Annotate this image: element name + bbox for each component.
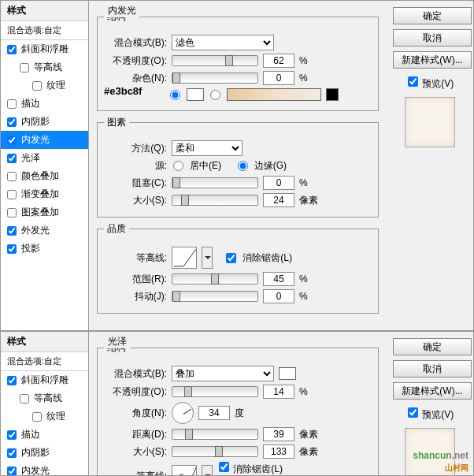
style-checkbox[interactable] bbox=[20, 63, 29, 73]
sidebar-item-label: 描边 bbox=[21, 428, 40, 441]
color-radio[interactable] bbox=[170, 90, 180, 100]
ok-button[interactable]: 确定 bbox=[393, 338, 472, 355]
sidebar-item[interactable]: 纹理 bbox=[1, 407, 88, 426]
jitter-slider[interactable] bbox=[172, 291, 258, 302]
sidebar-item[interactable]: 投影 bbox=[1, 240, 88, 258]
source-edge-radio[interactable] bbox=[238, 161, 248, 171]
choke-slider[interactable] bbox=[172, 177, 258, 188]
range-slider[interactable] bbox=[172, 273, 258, 284]
antialias-checkbox[interactable] bbox=[219, 462, 229, 472]
noise-slider[interactable] bbox=[172, 73, 258, 84]
style-checkbox[interactable] bbox=[20, 394, 29, 403]
style-checkbox[interactable] bbox=[7, 430, 17, 440]
size-slider[interactable] bbox=[172, 446, 258, 457]
style-checkbox[interactable] bbox=[7, 208, 17, 218]
blending-options[interactable]: 混合选项:自定 bbox=[1, 352, 88, 371]
style-checkbox[interactable] bbox=[7, 99, 17, 109]
noise-input[interactable] bbox=[263, 71, 294, 85]
distance-slider[interactable] bbox=[172, 429, 258, 440]
sidebar-item[interactable]: 斜面和浮雕 bbox=[1, 40, 88, 58]
ok-button[interactable]: 确定 bbox=[393, 7, 472, 24]
sidebar-item[interactable]: 内发光 bbox=[1, 462, 88, 476]
sidebar-item[interactable]: 斜面和浮雕 bbox=[1, 371, 88, 389]
sidebar-item[interactable]: 光泽 bbox=[1, 149, 88, 167]
source-edge-label: 边缘(G) bbox=[254, 159, 287, 173]
sidebar-item[interactable]: 描边 bbox=[1, 95, 88, 113]
source-center-radio[interactable] bbox=[173, 161, 183, 171]
opacity-input[interactable] bbox=[263, 385, 294, 399]
opacity-unit: % bbox=[299, 55, 323, 66]
opacity-input[interactable] bbox=[263, 54, 294, 68]
style-checkbox[interactable] bbox=[7, 190, 17, 199]
distance-input[interactable] bbox=[263, 427, 294, 441]
elements-group: 图素 方法(Q): 柔和 源: 居中(E) 边缘(G) 阻塞(C): % 大小(… bbox=[97, 116, 379, 218]
style-checkbox[interactable] bbox=[7, 117, 17, 127]
sidebar-item-label: 斜面和浮雕 bbox=[21, 43, 69, 56]
new-style-button[interactable]: 新建样式(W)... bbox=[393, 382, 472, 400]
style-checkbox[interactable] bbox=[32, 412, 42, 422]
size-slider[interactable] bbox=[172, 195, 258, 206]
blend-mode-select[interactable]: 滤色 bbox=[172, 35, 274, 50]
sidebar-item[interactable]: 内阴影 bbox=[1, 444, 88, 462]
size-input[interactable] bbox=[263, 193, 294, 207]
styles-sidebar: 样式 混合选项:自定 斜面和浮雕等高线纹理描边内阴影内发光光泽 bbox=[1, 332, 89, 475]
cancel-button[interactable]: 取消 bbox=[393, 360, 472, 377]
sidebar-item[interactable]: 颜色叠加 bbox=[1, 167, 88, 185]
gradient-dropdown-icon[interactable] bbox=[326, 88, 339, 101]
sidebar-item[interactable]: 等高线 bbox=[1, 58, 88, 76]
styles-header: 样式 bbox=[1, 1, 88, 21]
size-unit: 像素 bbox=[299, 445, 323, 459]
preview-checkbox[interactable] bbox=[408, 76, 418, 87]
sidebar-item[interactable]: 描边 bbox=[1, 426, 88, 444]
style-checkbox[interactable] bbox=[7, 448, 17, 458]
sidebar-item[interactable]: 外发光 bbox=[1, 221, 88, 240]
sidebar-item[interactable]: 等高线 bbox=[1, 389, 88, 407]
technique-select[interactable]: 柔和 bbox=[172, 140, 243, 156]
gradient-swatch[interactable] bbox=[227, 88, 321, 101]
angle-input[interactable] bbox=[198, 406, 230, 420]
style-checkbox[interactable] bbox=[7, 136, 17, 145]
distance-unit: 像素 bbox=[299, 428, 323, 441]
opacity-slider[interactable] bbox=[172, 386, 258, 397]
sidebar-item[interactable]: 纹理 bbox=[1, 76, 88, 95]
contour-label: 等高线: bbox=[104, 470, 167, 477]
opacity-label: 不透明度(O): bbox=[104, 385, 167, 399]
sidebar-item-label: 内发光 bbox=[21, 133, 50, 147]
style-checkbox[interactable] bbox=[7, 376, 17, 385]
style-checkbox[interactable] bbox=[7, 45, 17, 54]
choke-input[interactable] bbox=[263, 176, 294, 190]
sidebar-item[interactable]: 内阴影 bbox=[1, 113, 88, 131]
contour-picker[interactable] bbox=[172, 247, 197, 269]
contour-picker[interactable] bbox=[172, 465, 197, 476]
new-style-button[interactable]: 新建样式(W)... bbox=[393, 51, 472, 69]
gradient-radio[interactable] bbox=[210, 90, 220, 100]
style-checkbox[interactable] bbox=[32, 81, 42, 91]
quality-legend: 品质 bbox=[104, 222, 129, 236]
opacity-slider[interactable] bbox=[172, 55, 258, 66]
color-swatch[interactable] bbox=[187, 88, 204, 101]
style-checkbox[interactable] bbox=[7, 226, 17, 236]
style-checkbox[interactable] bbox=[7, 244, 17, 254]
antialias-checkbox[interactable] bbox=[226, 253, 236, 263]
sidebar-item-label: 投影 bbox=[21, 242, 40, 255]
sidebar-item[interactable]: 图案叠加 bbox=[1, 203, 88, 221]
color-swatch[interactable] bbox=[279, 367, 296, 380]
style-checkbox[interactable] bbox=[7, 467, 17, 476]
range-input[interactable] bbox=[263, 272, 294, 286]
sidebar-item[interactable]: 内发光 bbox=[1, 131, 88, 149]
contour-dropdown-icon[interactable] bbox=[202, 465, 213, 476]
sidebar-item[interactable]: 渐变叠加 bbox=[1, 185, 88, 203]
preview-checkbox[interactable] bbox=[408, 407, 418, 418]
contour-dropdown-icon[interactable] bbox=[202, 247, 213, 269]
angle-dial[interactable] bbox=[172, 402, 194, 424]
style-checkbox[interactable] bbox=[7, 154, 17, 163]
size-label: 大小(S): bbox=[104, 194, 167, 207]
jitter-input[interactable] bbox=[263, 289, 294, 303]
opacity-label: 不透明度(O): bbox=[104, 54, 167, 68]
cancel-button[interactable]: 取消 bbox=[393, 29, 472, 46]
style-checkbox[interactable] bbox=[7, 172, 17, 181]
size-input[interactable] bbox=[263, 444, 294, 459]
blend-mode-select[interactable]: 叠加 bbox=[172, 366, 274, 381]
sidebar-item-label: 纹理 bbox=[46, 410, 65, 423]
blending-options[interactable]: 混合选项:自定 bbox=[1, 21, 88, 40]
